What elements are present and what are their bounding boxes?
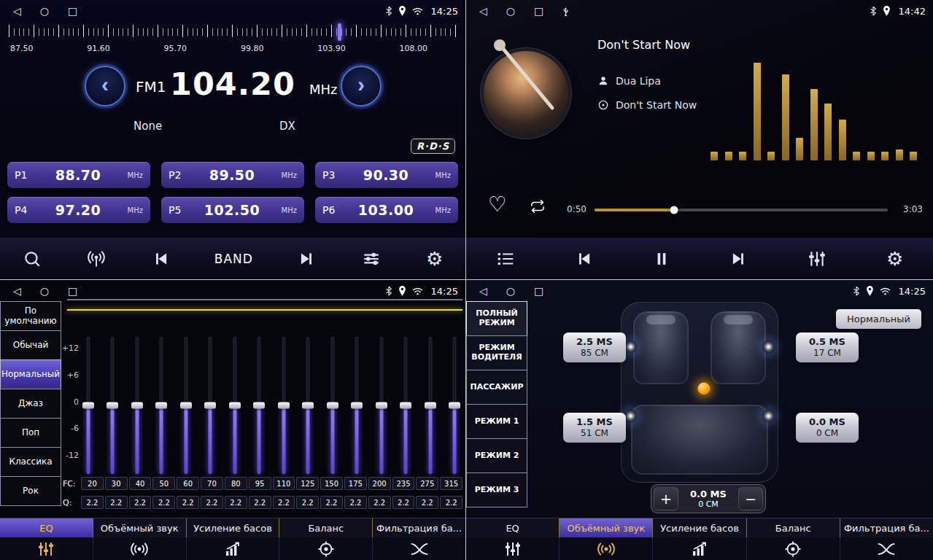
- preset-button-p5[interactable]: P5102.50MHz: [161, 197, 304, 223]
- audio-tab-eq[interactable]: EQ: [466, 518, 560, 537]
- audio-tab-surround[interactable]: Объёмный звук: [560, 518, 653, 537]
- eq-slider-handle[interactable]: [155, 402, 167, 409]
- eq-band-slider-95hz[interactable]: [253, 337, 266, 474]
- eq-tab-icon[interactable]: [0, 537, 93, 560]
- eq-slider-handle[interactable]: [400, 402, 411, 409]
- seek-bar-handle[interactable]: [670, 206, 678, 214]
- sound-mode-option[interactable]: РЕЖИМ 1: [466, 404, 527, 439]
- sound-mode-option[interactable]: РЕЖИМ 2: [466, 438, 527, 473]
- next-track-button[interactable]: [727, 246, 751, 271]
- preset-button-p4[interactable]: P497.20MHz: [7, 197, 150, 223]
- audio-tab-bass-boost[interactable]: Усиление басов: [187, 518, 280, 537]
- eq-slider-handle[interactable]: [351, 402, 363, 409]
- eq-band-slider-80hz[interactable]: [228, 337, 241, 474]
- recents-icon[interactable]: □: [68, 6, 77, 16]
- next-station-button[interactable]: [295, 246, 320, 271]
- home-icon[interactable]: ○: [40, 6, 49, 16]
- eq-band-slider-275hz[interactable]: [424, 337, 436, 474]
- eq-band-slider-175hz[interactable]: [351, 337, 363, 474]
- eq-band-slider-235hz[interactable]: [400, 337, 412, 474]
- surround-tab-icon[interactable]: [560, 537, 653, 560]
- back-icon[interactable]: ◁: [479, 286, 487, 296]
- eq-band-slider-30hz[interactable]: [107, 337, 119, 474]
- back-icon[interactable]: ◁: [479, 6, 487, 16]
- home-icon[interactable]: ○: [506, 6, 515, 16]
- settings-button[interactable]: ⚙: [883, 246, 906, 271]
- audio-tab-balance[interactable]: Баланс: [279, 518, 373, 537]
- bass-boost-tab-icon[interactable]: [187, 537, 280, 560]
- front-right-delay-button[interactable]: 0.5 MS 17 CM: [796, 332, 859, 362]
- eq-slider-handle[interactable]: [131, 402, 143, 409]
- eq-band-slider-70hz[interactable]: [204, 337, 217, 474]
- eq-slider-handle[interactable]: [82, 402, 94, 409]
- eq-slider-handle[interactable]: [425, 402, 436, 409]
- eq-slider-handle[interactable]: [253, 402, 265, 409]
- eq-slider-handle[interactable]: [278, 402, 290, 409]
- eq-band-slider-60hz[interactable]: [179, 337, 192, 474]
- rear-left-delay-button[interactable]: 1.5 MS 51 CM: [563, 413, 626, 443]
- eq-band-slider-110hz[interactable]: [277, 337, 290, 474]
- eq-slider-handle[interactable]: [376, 402, 387, 409]
- preset-button-p6[interactable]: P6103.00MHz: [315, 197, 458, 223]
- listening-position-marker[interactable]: [698, 383, 711, 395]
- eq-band-slider-125hz[interactable]: [302, 337, 314, 474]
- delay-decrease-button[interactable]: −: [738, 487, 763, 510]
- front-left-delay-button[interactable]: 2.5 MS 85 CM: [563, 332, 626, 362]
- bass-boost-tab-icon[interactable]: [653, 537, 746, 560]
- scan-button[interactable]: [20, 246, 44, 271]
- delay-increase-button[interactable]: +: [654, 487, 678, 510]
- audio-tab-bass-boost[interactable]: Усиление басов: [653, 518, 746, 537]
- balance-tab-icon[interactable]: [747, 537, 840, 560]
- eq-preset-option[interactable]: Нормальный: [0, 359, 61, 389]
- audio-tab-filter[interactable]: Фильтрация ба...: [373, 518, 465, 537]
- pause-button[interactable]: [650, 246, 673, 271]
- audio-tab-balance[interactable]: Баланс: [747, 518, 840, 537]
- filter-tab-icon[interactable]: [840, 537, 933, 560]
- eq-band-slider-20hz[interactable]: [82, 337, 94, 474]
- eq-preset-option[interactable]: Поп: [0, 418, 61, 448]
- home-icon[interactable]: ○: [40, 286, 49, 296]
- filter-tab-icon[interactable]: [373, 537, 465, 560]
- prev-track-button[interactable]: [571, 246, 596, 271]
- back-icon[interactable]: ◁: [13, 286, 21, 296]
- eq-tab-icon[interactable]: [466, 537, 560, 560]
- preset-button-p1[interactable]: P188.70MHz: [7, 162, 150, 188]
- sound-mode-option[interactable]: РЕЖИМ ВОДИТЕЛЯ: [466, 335, 527, 370]
- eq-band-slider-200hz[interactable]: [375, 337, 387, 474]
- prev-station-button[interactable]: [148, 246, 173, 271]
- playlist-button[interactable]: [493, 246, 518, 271]
- tuner-button[interactable]: [83, 246, 109, 271]
- sound-mode-option[interactable]: ПАССАЖИР: [466, 370, 527, 405]
- eq-band-slider-40hz[interactable]: [131, 337, 143, 474]
- favorite-button[interactable]: ♡: [488, 194, 507, 215]
- recents-icon[interactable]: □: [534, 286, 543, 296]
- eq-slider-handle[interactable]: [107, 402, 118, 409]
- eq-preset-option[interactable]: Обычай: [0, 330, 61, 360]
- recents-icon[interactable]: □: [68, 286, 77, 296]
- rear-right-delay-button[interactable]: 0.0 MS 0 CM: [796, 413, 859, 443]
- eq-slider-handle[interactable]: [302, 402, 314, 409]
- balance-tab-icon[interactable]: [279, 537, 373, 560]
- equalizer-button[interactable]: [805, 246, 829, 271]
- audio-tab-eq[interactable]: EQ: [0, 518, 93, 537]
- frequency-indicator[interactable]: [338, 23, 341, 41]
- eq-band-slider-50hz[interactable]: [155, 337, 168, 474]
- sound-mode-option[interactable]: РЕЖИМ 3: [466, 472, 527, 508]
- eq-preset-option[interactable]: Классика: [0, 447, 61, 477]
- eq-band-slider-315hz[interactable]: [449, 337, 461, 474]
- repeat-button[interactable]: [529, 198, 546, 217]
- eq-preset-option[interactable]: Рок: [0, 476, 61, 506]
- surround-tab-icon[interactable]: [93, 537, 187, 560]
- frequency-scale[interactable]: [9, 25, 457, 42]
- sound-preset-button[interactable]: Нормальный: [836, 309, 921, 329]
- eq-preset-option[interactable]: По умолчанию: [0, 301, 61, 331]
- back-icon[interactable]: ◁: [13, 6, 21, 16]
- sound-mode-option[interactable]: ПОЛНЫЙ РЕЖИМ: [466, 301, 527, 336]
- eq-slider-handle[interactable]: [180, 402, 192, 409]
- home-icon[interactable]: ○: [506, 286, 515, 296]
- seek-up-button[interactable]: ›: [341, 66, 382, 106]
- audio-settings-button[interactable]: [358, 246, 384, 271]
- eq-band-slider-150hz[interactable]: [326, 337, 338, 474]
- audio-tab-filter[interactable]: Фильтрация ба...: [840, 518, 933, 537]
- eq-slider-handle[interactable]: [327, 402, 338, 409]
